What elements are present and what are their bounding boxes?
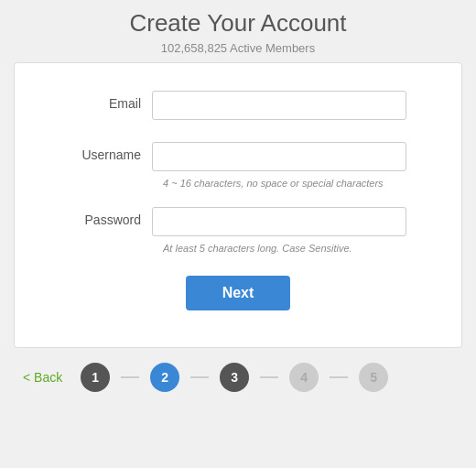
password-label: Password <box>70 207 152 227</box>
back-link[interactable]: < Back <box>23 370 62 385</box>
username-label: Username <box>70 142 152 162</box>
step-line <box>330 376 348 378</box>
step-line <box>260 376 278 378</box>
email-input[interactable] <box>152 91 406 120</box>
step-circle-1[interactable]: 1 <box>81 363 110 392</box>
bottom-nav: < Back 12345 <box>14 363 462 392</box>
step-circles: 12345 <box>81 363 388 392</box>
step-circle-2[interactable]: 2 <box>150 363 179 392</box>
step-circle-5[interactable]: 5 <box>359 363 388 392</box>
step-circle-4[interactable]: 4 <box>289 363 319 392</box>
step-line <box>190 376 209 378</box>
username-input[interactable] <box>152 142 406 171</box>
username-row: Username 4 ~ 16 characters, no space or … <box>70 142 406 189</box>
form-card: Email Username 4 ~ 16 characters, no spa… <box>14 62 462 348</box>
next-button[interactable]: Next <box>186 276 291 310</box>
password-input[interactable] <box>152 207 406 236</box>
step-circle-3[interactable]: 3 <box>220 363 249 392</box>
username-hint: 4 ~ 16 characters, no space or special c… <box>163 178 406 189</box>
page-header: Create Your Account 102,658,825 Active M… <box>129 9 346 55</box>
email-label: Email <box>70 91 152 111</box>
email-row: Email <box>70 91 406 124</box>
password-hint: At least 5 characters long. Case Sensiti… <box>163 243 406 254</box>
step-line <box>121 376 139 378</box>
page-title: Create Your Account <box>129 9 346 38</box>
password-row: Password At least 5 characters long. Cas… <box>70 207 406 254</box>
member-count: 102,658,825 Active Members <box>129 41 346 55</box>
